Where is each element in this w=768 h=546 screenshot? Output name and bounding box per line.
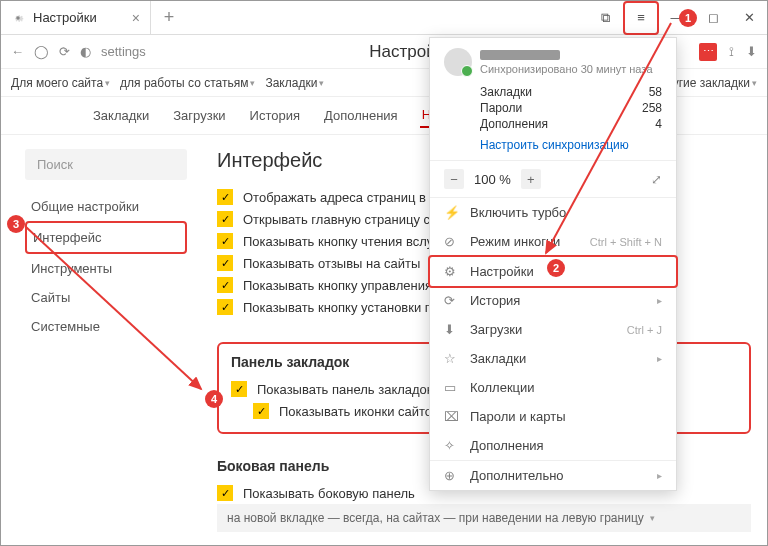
menu-incognito[interactable]: ⊘Режим инкогниCtrl + Shift + N [430,227,676,256]
extension-badge[interactable]: ⋯ [699,43,717,61]
checkbox-icon[interactable] [217,277,233,293]
zoom-in-button[interactable]: + [521,169,541,189]
sync-block: Синхронизировано 30 минут наза Закладки5… [430,38,676,161]
new-tab-button[interactable]: + [151,1,187,34]
history-icon: ⟳ [444,293,460,308]
menu-bookmarks[interactable]: ☆Закладки▸ [430,344,676,373]
fullscreen-icon[interactable]: ⤢ [651,172,662,187]
menu-history[interactable]: ⟳История▸ [430,286,676,315]
annotation-marker-3: 3 [7,215,25,233]
close-window-button[interactable]: ✕ [731,1,767,35]
browser-tab[interactable]: Настройки × [1,1,151,34]
incognito-icon: ⊘ [444,234,460,249]
hamburger-menu-button[interactable]: ≡ [623,1,659,35]
extensions-icon[interactable]: ⟟ [729,44,734,60]
checkbox-icon[interactable] [231,381,247,397]
maximize-button[interactable]: ◻ [695,1,731,35]
checkbox-icon[interactable] [217,485,233,501]
url-field[interactable]: settings [101,44,251,59]
tab-bookmarks[interactable]: Закладки [91,104,151,127]
svg-point-0 [16,16,20,20]
tab-history[interactable]: История [248,104,302,127]
ya-icon[interactable]: ◯ [34,44,49,59]
tab-addons[interactable]: Дополнения [322,104,400,127]
bolt-icon: ⚡ [444,205,460,220]
zoom-level: 100 % [474,172,511,187]
checkbox-icon[interactable] [217,189,233,205]
sync-stats: Закладки58 Пароли258 Дополнения4 [444,84,662,132]
gear-icon: ⚙ [444,264,460,279]
user-name-redacted [480,50,560,60]
zoom-out-button[interactable]: − [444,169,464,189]
menu-addons[interactable]: ✧Дополнения [430,431,676,460]
menu-more[interactable]: ⊕Дополнительно▸ [430,461,676,490]
key-icon: ⌧ [444,409,460,424]
sync-status: Синхронизировано 30 минут наза [480,63,653,75]
annotation-marker-4: 4 [205,390,223,408]
back-icon[interactable]: ← [11,44,24,59]
configure-sync-link[interactable]: Настроить синхронизацию [444,138,662,152]
reload-icon[interactable]: ⟳ [59,44,70,59]
menu-passwords[interactable]: ⌧Пароли и карты [430,402,676,431]
shield-icon: ◐ [80,44,91,59]
sidebar-item-interface[interactable]: Интерфейс [25,221,187,254]
close-tab-icon[interactable]: × [132,10,140,26]
bookmark-item[interactable]: Для моего сайта▾ [11,76,110,90]
star-icon: ☆ [444,351,460,366]
zoom-row: − 100 % + ⤢ [430,161,676,198]
download-icon: ⬇ [444,322,460,337]
bookmark-item[interactable]: Закладки▾ [265,76,324,90]
tab-downloads[interactable]: Загрузки [171,104,227,127]
checkbox-icon[interactable] [217,233,233,249]
sidebar-item-tools[interactable]: Инструменты [25,254,187,283]
settings-sidebar: Поиск Общие настройки Интерфейс Инструме… [1,135,201,545]
checkbox-icon[interactable] [217,255,233,271]
checkbox-icon[interactable] [217,211,233,227]
checkbox-icon[interactable] [217,299,233,315]
menu-downloads[interactable]: ⬇ЗагрузкиCtrl + J [430,315,676,344]
copy-icon[interactable]: ⧉ [587,1,623,35]
bookmark-item[interactable]: для работы со статьям▾ [120,76,255,90]
checkbox-icon[interactable] [253,403,269,419]
download-icon[interactable]: ⬇ [746,44,757,59]
avatar-icon[interactable] [444,48,472,76]
sidebar-item-system[interactable]: Системные [25,312,187,341]
tab-title: Настройки [33,10,97,25]
sidebar-item-general[interactable]: Общие настройки [25,192,187,221]
side-panel-dropdown[interactable]: на новой вкладке — всегда, на сайтах — п… [217,504,751,532]
plus-circle-icon: ⊕ [444,468,460,483]
sidebar-item-sites[interactable]: Сайты [25,283,187,312]
collections-icon: ▭ [444,380,460,395]
annotation-marker-2: 2 [547,259,565,277]
menu-collections[interactable]: ▭Коллекции [430,373,676,402]
title-bar: Настройки × + ⧉ ≡ — ◻ ✕ [1,1,767,35]
annotation-marker-1: 1 [679,9,697,27]
puzzle-icon: ✧ [444,438,460,453]
gear-icon [11,11,25,25]
menu-turbo[interactable]: ⚡Включить турбо [430,198,676,227]
search-input[interactable]: Поиск [25,149,187,180]
